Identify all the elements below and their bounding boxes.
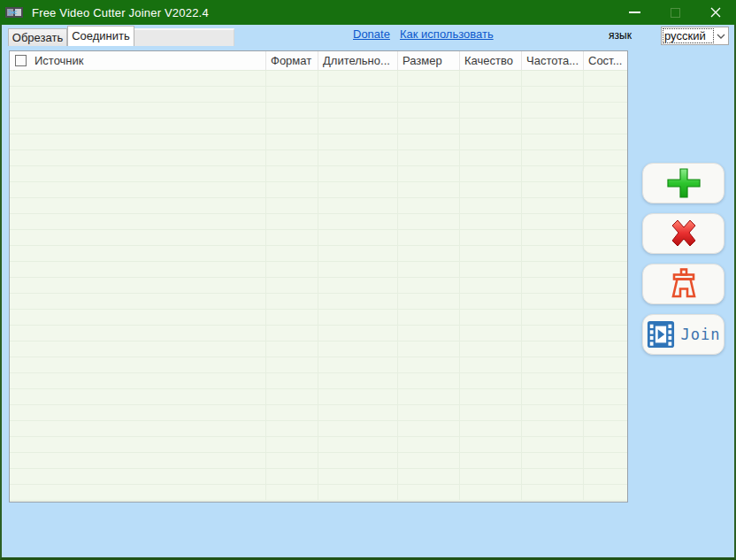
how-to-use-link[interactable]: Как использовать (400, 27, 494, 41)
column-header-frequency[interactable]: Частота... (522, 51, 584, 70)
column-header-state[interactable]: Сост... (584, 51, 627, 70)
column-header-source[interactable]: Источник (10, 51, 266, 70)
tab-strip-filler (134, 28, 234, 46)
language-selected-value: русский (663, 29, 713, 42)
join-button[interactable]: Join (642, 314, 724, 355)
minimize-icon (629, 12, 640, 13)
tab-join[interactable]: Соединить (67, 26, 134, 46)
svg-text:✂: ✂ (8, 6, 18, 19)
column-header-quality[interactable]: Качество (460, 51, 522, 70)
column-header-duration[interactable]: Длительно... (318, 51, 398, 70)
window-controls (614, 0, 736, 25)
minimize-button[interactable] (614, 0, 655, 25)
select-all-checkbox[interactable] (15, 55, 27, 66)
grid-line (397, 71, 398, 501)
remove-file-button[interactable] (642, 213, 724, 254)
close-icon (710, 7, 721, 18)
x-icon (667, 219, 701, 249)
maximize-button[interactable] (655, 0, 695, 25)
language-label: язык (609, 29, 632, 42)
app-window: ✂ Free Video Cutter Joiner V2022.4 Обрез… (0, 0, 736, 560)
column-header-format[interactable]: Формат (266, 51, 318, 70)
grid-line (265, 71, 266, 501)
filmstrip-play-icon (647, 320, 675, 349)
titlebar: ✂ Free Video Cutter Joiner V2022.4 (0, 0, 736, 25)
table-body-empty[interactable] (10, 71, 627, 502)
maximize-icon (671, 8, 680, 18)
close-button[interactable] (695, 0, 736, 25)
column-header-source-label: Источник (34, 54, 84, 67)
grid-line (318, 71, 318, 501)
tab-cut[interactable]: Обрезать (8, 28, 67, 46)
window-title: Free Video Cutter Joiner V2022.4 (32, 6, 209, 19)
add-files-button[interactable] (642, 163, 724, 203)
chevron-down-icon (714, 34, 728, 39)
grid-line (583, 71, 584, 501)
tab-strip: Обрезать Соединить (7, 26, 235, 46)
language-select[interactable]: русский (661, 27, 729, 45)
filmstrip-scissors-app-icon: ✂ (5, 4, 25, 20)
join-button-label: Join (681, 326, 721, 343)
table-header-row: Источник Формат Длительно... Размер Каче… (10, 51, 627, 71)
donate-link[interactable]: Donate (353, 27, 390, 41)
column-header-size[interactable]: Размер (398, 51, 460, 70)
plus-icon (665, 166, 702, 200)
file-table: Источник Формат Длительно... Размер Каче… (9, 50, 628, 502)
grid-line (521, 71, 522, 501)
clear-list-button[interactable] (642, 264, 724, 304)
grid-line (459, 71, 460, 501)
broom-icon (666, 267, 702, 301)
